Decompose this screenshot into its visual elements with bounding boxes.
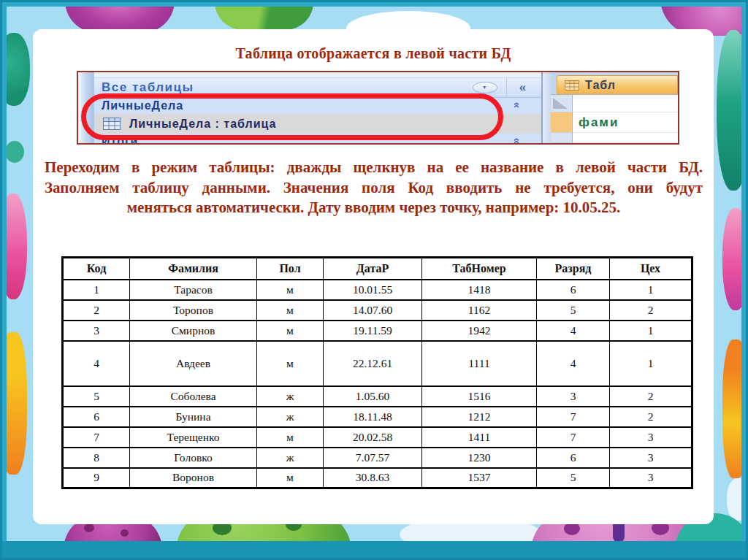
table-cell: 22.12.61 — [324, 341, 422, 386]
nav-pane-title: Все таблицы — [102, 80, 194, 94]
table-cell: 4 — [63, 341, 130, 386]
navigation-pane: Все таблицы ▼ « ЛичныеДела « — [94, 72, 541, 143]
record-selector-cell[interactable] — [551, 95, 573, 112]
nav-group-lichnyedela[interactable]: ЛичныеДела « — [94, 98, 541, 114]
table-cell: 3 — [610, 448, 692, 468]
table-cell: Смирнов — [130, 321, 257, 341]
table-cell: 19.11.59 — [324, 321, 422, 341]
table-cell: 3 — [63, 321, 130, 341]
datasheet-cell — [573, 95, 678, 112]
group-header-label: ЛичныеДела — [102, 99, 183, 112]
table-cell: Тарасов — [130, 280, 257, 300]
table-cell: 6 — [537, 448, 610, 468]
table-row: 2Тороповм14.07.60116252 — [63, 300, 692, 321]
decoration-pink-flower — [722, 208, 741, 310]
table-cell: 5 — [537, 300, 610, 321]
nav-item-lichnyedela-table[interactable]: ЛичныеДела : таблица — [94, 114, 541, 134]
table-cell: 1411 — [422, 427, 537, 448]
table-row: 3Смирновм19.11.59194241 — [63, 321, 692, 341]
table-cell: 20.02.58 — [324, 427, 422, 448]
table-cell: м — [257, 280, 324, 300]
table-cell: 1942 — [422, 321, 537, 341]
nav-pane-top-strip — [94, 72, 541, 78]
table-cell: 1 — [610, 321, 692, 341]
table-cell: м — [257, 468, 324, 488]
table-cell: 7 — [537, 407, 610, 427]
field-name-header: фами — [573, 112, 678, 133]
nav-group-itogi[interactable]: Итоги « — [94, 134, 541, 143]
table-cell: 1.05.60 — [324, 386, 422, 407]
table-cell: Воронов — [130, 468, 257, 488]
table-cell: 4 — [537, 321, 610, 341]
table-cell: м — [257, 341, 324, 386]
table-header-row: КодФамилияПолДатаРТабНомерРазрядЦех — [63, 258, 692, 280]
table-cell: 6 — [63, 407, 130, 427]
table-row: 1Тарасовм10.01.55141861 — [63, 280, 692, 300]
decoration-teal-butterfly — [717, 30, 741, 191]
table-cell: 5 — [63, 386, 130, 407]
table-cell: Торопов — [130, 300, 257, 321]
table-cell: ж — [257, 448, 324, 468]
column-header: ДатаР — [324, 258, 422, 280]
table-cell: 1111 — [422, 341, 537, 386]
group-header-label: Итоги — [102, 135, 138, 143]
nav-item-label: ЛичныеДела : таблица — [129, 118, 277, 131]
window-edge-strip — [78, 72, 94, 143]
table-cell: 1230 — [422, 448, 537, 468]
paragraph-line: меняться автоматически. Дату вводим чере… — [45, 198, 703, 218]
table-cell: 6 — [537, 280, 610, 300]
tab-label: Табл — [585, 79, 616, 92]
table-cell: 1516 — [422, 386, 537, 407]
decoration-orange-flower — [7, 332, 27, 475]
tab-table[interactable]: Табл — [557, 75, 678, 94]
record-selector-triangle-icon — [553, 98, 568, 109]
table-cell: 30.8.63 — [324, 468, 422, 488]
table-cell: 2 — [63, 300, 130, 321]
table-cell: 3 — [537, 386, 610, 407]
datasheet-table-icon — [565, 80, 579, 91]
collapse-group-icon[interactable]: « — [512, 138, 523, 143]
pane-divider — [541, 72, 551, 143]
table-cell: 18.11.48 — [324, 407, 422, 427]
decoration-teal-dot — [7, 141, 24, 163]
column-header: ТабНомер — [422, 258, 537, 280]
table-cell: 14.07.60 — [324, 300, 422, 321]
table-cell: 3 — [610, 468, 692, 488]
table-cell: м — [257, 300, 324, 321]
table-cell: 7.07.57 — [324, 448, 422, 468]
datasheet-pane: Табл фами — [551, 72, 678, 143]
table-cell: Соболева — [130, 386, 257, 407]
table-cell: Головко — [130, 448, 257, 468]
record-selector-cell[interactable] — [551, 112, 573, 133]
table-cell: 1162 — [422, 300, 537, 321]
column-header: Цех — [610, 258, 692, 280]
datasheet-row — [551, 133, 678, 143]
datasheet-row — [551, 95, 678, 112]
table-cell: 1 — [610, 280, 692, 300]
nav-menu-button[interactable]: ▼ — [473, 82, 497, 93]
record-selector-cell[interactable] — [551, 133, 573, 143]
table-cell: ж — [257, 407, 324, 427]
decoration-pink-flower — [7, 193, 27, 299]
table-cell: 7 — [63, 427, 130, 448]
collapse-group-icon[interactable]: « — [512, 102, 523, 109]
dropdown-arrow-icon: ▼ — [482, 85, 488, 90]
table-cell: 4 — [537, 341, 610, 386]
paragraph-line: Заполняем таблицу данными. Значения поля… — [45, 178, 703, 199]
instruction-paragraph: Переходим в режим таблицы: дважды щелкну… — [45, 158, 703, 218]
table-row: 7Терещенком20.02.58141173 — [63, 427, 692, 448]
paragraph-line: Переходим в режим таблицы: дважды щелкну… — [45, 158, 703, 178]
access-screenshot: Все таблицы ▼ « ЛичныеДела « — [77, 71, 679, 145]
content-panel: Таблица отображается в левой части БД Вс… — [33, 29, 714, 524]
table-grid-icon — [103, 118, 121, 130]
nav-pane-header: Все таблицы ▼ « — [94, 78, 541, 98]
decoration-green-leaves — [215, 7, 313, 30]
collapse-pane-button[interactable]: « — [506, 78, 538, 97]
table-cell: 7 — [537, 427, 610, 448]
decoration-orange-flower — [722, 340, 741, 478]
table-cell: 2 — [610, 407, 692, 427]
table-cell: Терещенко — [130, 427, 257, 448]
table-cell: 1212 — [422, 407, 537, 427]
table-cell: 1537 — [422, 468, 537, 488]
table-cell: Авдеев — [130, 341, 257, 386]
